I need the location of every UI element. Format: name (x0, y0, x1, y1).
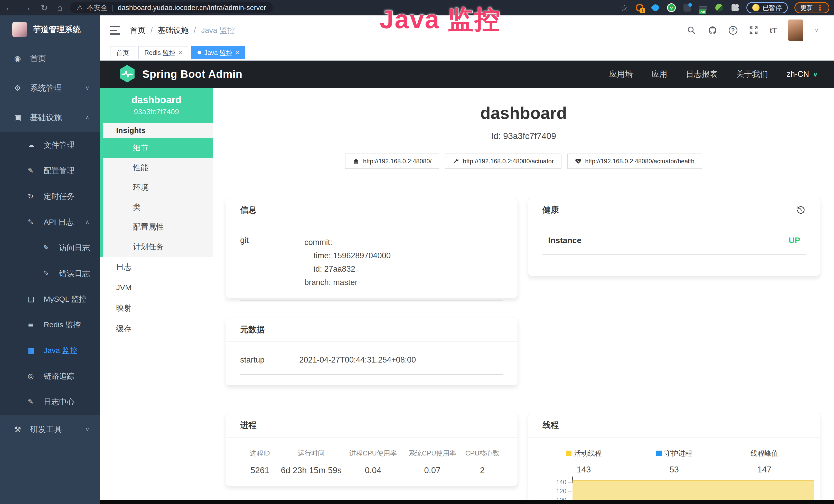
sidebar-item-api-log[interactable]: ✎ API 日志 ∧ (0, 209, 100, 235)
browser-back-icon[interactable]: ← (5, 3, 13, 13)
extension-v-icon[interactable]: v (667, 3, 676, 12)
process-value-cpus: 2 (461, 465, 503, 475)
extension-leaf-icon[interactable] (715, 3, 724, 12)
fullscreen-icon[interactable] (749, 25, 759, 35)
breadcrumb-current: Java 监控 (201, 25, 235, 36)
bookmark-star-icon[interactable]: ☆ (620, 3, 628, 13)
sidebar-item-system[interactable]: ⚙ 系统管理 ∨ (0, 73, 100, 103)
sba-item-metrics[interactable]: 性能 (103, 158, 213, 178)
java-monitor-icon: ▥ (28, 346, 44, 354)
sba-item-scheduled-tasks[interactable]: 计划任务 (103, 237, 213, 257)
chevron-up-icon: ∧ (85, 219, 89, 225)
home-icon (353, 158, 359, 165)
sidebar-item-mysql-monitor[interactable]: ▤ MySQL 监控 (0, 286, 100, 312)
browser-forward-icon[interactable]: → (23, 3, 31, 13)
emoji-avatar-icon (752, 4, 760, 11)
service-url-button[interactable]: http://192.168.0.2:48080/ (345, 154, 439, 169)
history-icon[interactable] (796, 205, 806, 215)
process-header-uptime: 运行时间 (280, 449, 343, 458)
sidebar-item-log-center[interactable]: ✎ 日志中心 (0, 389, 100, 415)
github-icon[interactable] (708, 25, 717, 35)
app-brand: 芋道管理系统 (33, 24, 81, 35)
sba-item-config-props[interactable]: 配置属性 (103, 217, 213, 237)
user-menu-caret-icon[interactable]: ∨ (814, 27, 818, 33)
on-badge: on (699, 9, 706, 15)
threads-card-title: 线程 (543, 419, 559, 431)
sba-item-mappings[interactable]: 映射 (100, 298, 213, 318)
extension-grid-icon[interactable] (683, 3, 692, 12)
sba-nav-applications[interactable]: 应用 (651, 69, 667, 79)
sba-item-details[interactable]: 细节 (103, 138, 213, 158)
health-instance-label[interactable]: Instance (548, 236, 581, 245)
process-value-system-cpu: 0.07 (403, 465, 462, 475)
chart-plot-area (572, 477, 814, 502)
help-icon[interactable]: ? (729, 26, 738, 35)
instance-header[interactable]: dashboard 93a3fc7f7409 (100, 88, 213, 123)
dashboard-icon: ◉ (14, 54, 30, 63)
chevron-up-icon: ∧ (85, 114, 89, 121)
extension-location-icon[interactable] (651, 3, 660, 12)
font-size-icon[interactable]: tT (770, 26, 777, 35)
close-icon[interactable]: × (178, 49, 182, 56)
sba-item-environment[interactable]: 环境 (103, 178, 213, 198)
sba-item-classes[interactable]: 类 (103, 198, 213, 217)
search-icon[interactable] (686, 25, 696, 35)
insights-section-title: Insights (103, 123, 213, 138)
breadcrumb-home[interactable]: 首页 (130, 25, 146, 36)
sidebar-item-file-manage[interactable]: ☁ 文件管理 (0, 132, 100, 158)
blue-drop-icon (651, 3, 660, 13)
extension-onetab-icon[interactable]: on (699, 3, 708, 12)
sidebar-item-error-log[interactable]: ✎ 错误日志 (0, 260, 100, 286)
sba-item-jvm[interactable]: JVM (100, 277, 213, 298)
divider (543, 254, 806, 255)
url-text: dashboard.yudao.iocoder.cn/infra/admin-s… (118, 4, 266, 12)
sba-nav-about[interactable]: 关于我们 (736, 69, 768, 79)
instance-url-row: http://192.168.0.2:48080/ http://192.168… (213, 154, 834, 169)
sba-item-logs[interactable]: 日志 (100, 257, 213, 277)
avatar[interactable] (788, 20, 803, 41)
sidebar-item-infra[interactable]: ▣ 基础设施 ∧ (0, 103, 100, 132)
address-bar[interactable]: ⚠ 不安全 | dashboard.yudao.iocoder.cn/infra… (70, 2, 273, 13)
sba-nav-journal[interactable]: 日志报表 (686, 69, 718, 79)
error-log-icon: ✎ (43, 269, 59, 278)
close-icon[interactable]: × (236, 49, 239, 56)
sba-item-caches[interactable]: 缓存 (100, 318, 213, 339)
metadata-startup-value: 2021-04-27T00:44:31.254+08:00 (299, 356, 416, 365)
list-bars-icon (699, 6, 707, 10)
process-value-uptime: 6d 23h 15m 59s (280, 465, 343, 475)
sidebar-item-dev-tools[interactable]: ⚒ 研发工具 ∨ (0, 415, 100, 444)
tab-java-monitor[interactable]: Java 监控 × (191, 46, 245, 59)
sidebar-item-scheduled-jobs[interactable]: ↻ 定时任务 (0, 184, 100, 209)
sidebar-item-config-manage[interactable]: ✎ 配置管理 (0, 158, 100, 184)
page-title: dashboard (213, 103, 834, 123)
browser-reload-icon[interactable]: ↻ (41, 3, 48, 13)
kebab-menu-icon[interactable]: ⋮ (816, 4, 824, 12)
locale-selector[interactable]: zh-CN ∨ (787, 70, 818, 79)
process-header-pid: 进程ID (240, 449, 280, 458)
health-url-button[interactable]: http://192.168.0.2:48080/actuator/health (567, 154, 702, 169)
git-commit-info: commit: time: 1596289704000 id: 27aa832 … (304, 236, 391, 289)
layers-icon: ≣ (28, 321, 44, 329)
hamburger-icon[interactable] (110, 26, 120, 35)
sidebar-item-access-log[interactable]: ✎ 访问日志 (0, 235, 100, 260)
sidebar-item-home[interactable]: ◉ 首页 (0, 44, 100, 73)
instance-name: dashboard (132, 94, 181, 106)
chrome-update-button[interactable]: 更新 ⋮ (794, 2, 829, 13)
browser-home-icon[interactable]: ⌂ (57, 3, 63, 13)
sba-brand[interactable]: Spring Boot Admin (119, 65, 242, 84)
extensions-puzzle-icon[interactable] (730, 3, 740, 12)
actuator-url-button[interactable]: http://192.168.0.2:48080/actuator (445, 154, 562, 169)
tab-home[interactable]: 首页 (110, 46, 135, 59)
extension-colorzilla-icon[interactable]: 1 (635, 3, 644, 12)
sba-nav-wallboard[interactable]: 应用墙 (609, 69, 633, 79)
process-value-pid: 5261 (240, 465, 280, 475)
process-value-process-cpu: 0.04 (343, 465, 403, 475)
tab-redis-monitor[interactable]: Redis 监控 × (138, 46, 188, 59)
process-card-title: 进程 (240, 419, 257, 431)
breadcrumb-infra[interactable]: 基础设施 (158, 25, 189, 36)
trace-icon: ◎ (28, 372, 44, 380)
sidebar-item-redis-monitor[interactable]: ≣ Redis 监控 (0, 312, 100, 338)
profile-paused-chip[interactable]: 已暂停 (746, 2, 788, 13)
sidebar-item-trace[interactable]: ◎ 链路追踪 (0, 363, 100, 389)
sidebar-item-java-monitor[interactable]: ▥ Java 监控 (0, 338, 100, 363)
